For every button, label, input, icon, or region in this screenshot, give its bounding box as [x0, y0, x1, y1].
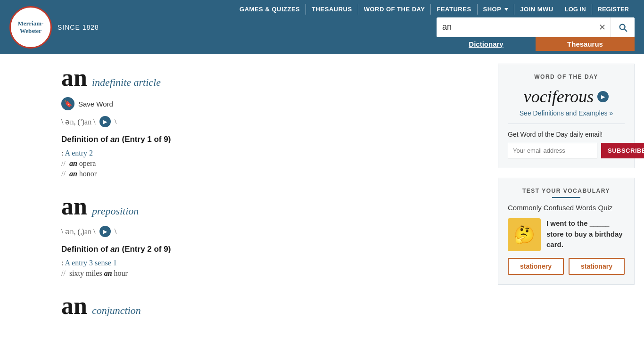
- entry-2-pos: preposition: [92, 205, 139, 217]
- nav-word-of-day[interactable]: WORD OF THE DAY: [358, 4, 431, 15]
- vocab-question: Commonly Confused Words Quiz: [508, 204, 625, 212]
- tab-thesaurus[interactable]: Thesaurus: [536, 37, 635, 51]
- a-entry-2-link[interactable]: A entry 2: [65, 149, 93, 157]
- entry-2-pronunciation: \ ən, (ˌ)an \ ▶ \: [61, 226, 474, 237]
- entry-2-pronunciation-end: \: [115, 227, 116, 236]
- vocab-widget: TEST YOUR VOCABULARY Commonly Confused W…: [498, 178, 635, 285]
- search-tabs-area: ✕ Dictionary Thesaurus: [437, 17, 635, 51]
- search-icon: [618, 22, 628, 33]
- nav-features[interactable]: FEATURES: [431, 4, 477, 15]
- vocab-sentence: I went to the _____ store to buy a birth…: [546, 218, 625, 250]
- nav-join[interactable]: JOIN MWU: [514, 4, 559, 15]
- since-text: SINCE 1828: [58, 24, 99, 31]
- entry-2-sound-button[interactable]: ▶: [99, 226, 111, 237]
- entry-2-heading: an preposition: [61, 192, 474, 220]
- save-word-label: Save Word: [78, 100, 113, 108]
- wotd-word-area: vociferous ▶: [508, 87, 625, 107]
- wotd-email-label: Get Word of the Day daily email!: [508, 131, 625, 138]
- vocab-choice-stationery[interactable]: stationery: [508, 258, 564, 275]
- entry-1-pronunciation: \ ən, (ˈ)an \ ▶ \: [61, 116, 474, 127]
- entry-1: an indefinite article 🔖 Save Word \ ən, …: [61, 64, 474, 178]
- wotd-divider: [508, 123, 625, 124]
- logo-area: Merriam-Webster SINCE 1828: [9, 6, 99, 49]
- entry-2-ex-italic: an: [104, 269, 112, 277]
- example-1-italic: an: [69, 159, 77, 167]
- wotd-see-link[interactable]: See Definitions and Examples »: [508, 109, 625, 117]
- wotd-title: WORD OF THE DAY: [508, 74, 625, 80]
- entry-1-word: an: [61, 64, 87, 91]
- search-bar: ✕: [437, 17, 635, 37]
- entry-1-example-2: // an honor: [61, 170, 474, 178]
- entry-1-pos: indefinite article: [92, 76, 161, 89]
- vocab-choice-stationary[interactable]: stationary: [569, 258, 625, 275]
- def-header-entry: (Entry 1 of 9): [122, 135, 171, 144]
- shop-chevron-icon: [504, 8, 508, 11]
- nav-area: GAMES & QUIZZES THESAURUS WORD OF THE DA…: [99, 4, 635, 51]
- entry-2-def-word: an: [110, 245, 120, 254]
- tab-row: Dictionary Thesaurus: [437, 37, 635, 51]
- site-header: Merriam-Webster SINCE 1828 GAMES & QUIZZ…: [0, 0, 644, 54]
- entry-2-ex-suffix: hour: [114, 269, 128, 277]
- entry-1-heading: an indefinite article: [61, 64, 474, 91]
- register-link[interactable]: REGISTER: [592, 4, 635, 15]
- entry-3-heading: an conjunction: [61, 292, 474, 320]
- logo: Merriam-Webster: [9, 6, 52, 49]
- example-2-suffix: honor: [79, 170, 97, 178]
- search-submit-button[interactable]: [611, 17, 635, 37]
- example-1-suffix: opera: [79, 159, 96, 167]
- vocab-title: TEST YOUR VOCABULARY: [508, 188, 625, 194]
- def-header-prefix: Definition of: [61, 135, 108, 144]
- entry-3: an conjunction: [61, 292, 474, 320]
- nav-games-quizzes[interactable]: GAMES & QUIZZES: [234, 4, 306, 15]
- content-area: an indefinite article 🔖 Save Word \ ən, …: [0, 54, 493, 353]
- search-input[interactable]: [437, 22, 594, 32]
- wotd-widget: WORD OF THE DAY vociferous ▶ See Definit…: [498, 64, 635, 168]
- nav-thesaurus[interactable]: THESAURUS: [306, 4, 358, 15]
- top-nav: GAMES & QUIZZES THESAURUS WORD OF THE DA…: [234, 4, 559, 15]
- entry-1-def-header: Definition of an (Entry 1 of 9): [61, 135, 474, 144]
- def-header-word: an: [110, 135, 120, 144]
- vocab-image-area: 🤔 I went to the _____ store to buy a bir…: [508, 218, 625, 251]
- save-word-button[interactable]: 🔖 Save Word: [61, 97, 113, 110]
- entry-2-def-header: Definition of an (Entry 2 of 9): [61, 245, 474, 254]
- login-link[interactable]: LOG IN: [559, 4, 592, 15]
- sidebar: WORD OF THE DAY vociferous ▶ See Definit…: [493, 54, 644, 353]
- bookmark-icon: 🔖: [61, 97, 74, 110]
- pronunciation-sound-button[interactable]: ▶: [99, 116, 111, 127]
- vocab-choices: stationery stationary: [508, 258, 625, 275]
- entry-2-example-1: // sixty miles an hour: [61, 269, 474, 278]
- entry-3-word: an: [61, 292, 87, 320]
- entry-2-colon-def: : A entry 3 sense 1: [61, 259, 474, 267]
- subscribe-button[interactable]: SUBSCRIBE: [601, 143, 644, 158]
- entry-3-pos: conjunction: [92, 304, 141, 317]
- entry-2-ex-prefix: sixty miles: [69, 269, 102, 277]
- entry-1-colon-def: : A entry 2: [61, 149, 474, 157]
- auth-nav: LOG IN REGISTER: [559, 4, 635, 15]
- wotd-email-row: SUBSCRIBE: [508, 143, 625, 158]
- vocab-emoji: 🤔: [508, 218, 541, 251]
- entry-2-word: an: [61, 192, 87, 220]
- entry-2: an preposition \ ən, (ˌ)an \ ▶ \ Definit…: [61, 192, 474, 278]
- wotd-sound-button[interactable]: ▶: [597, 91, 609, 102]
- entry-2-pronunciation-text: \ ən, (ˌ)an \: [61, 227, 96, 236]
- a-entry-3-link[interactable]: A entry 3 sense 1: [65, 259, 117, 267]
- main-container: an indefinite article 🔖 Save Word \ ən, …: [0, 54, 644, 353]
- search-clear-button[interactable]: ✕: [594, 22, 611, 33]
- nav-shop[interactable]: SHOP: [478, 4, 515, 15]
- vocab-divider: [552, 197, 580, 198]
- tab-dictionary[interactable]: Dictionary: [437, 37, 536, 51]
- wotd-email-input[interactable]: [508, 143, 597, 158]
- example-2-italic: an: [69, 170, 77, 178]
- logo-text: Merriam-Webster: [18, 20, 44, 34]
- entry-1-example-1: // an opera: [61, 159, 474, 168]
- pronunciation-end-slash: \: [115, 117, 116, 126]
- entry-2-def-entry: (Entry 2 of 9): [122, 245, 171, 254]
- pronunciation-text: \ ən, (ˈ)an \: [61, 117, 96, 126]
- entry-2-def-prefix: Definition of: [61, 245, 108, 254]
- wotd-word-text: vociferous: [524, 87, 594, 107]
